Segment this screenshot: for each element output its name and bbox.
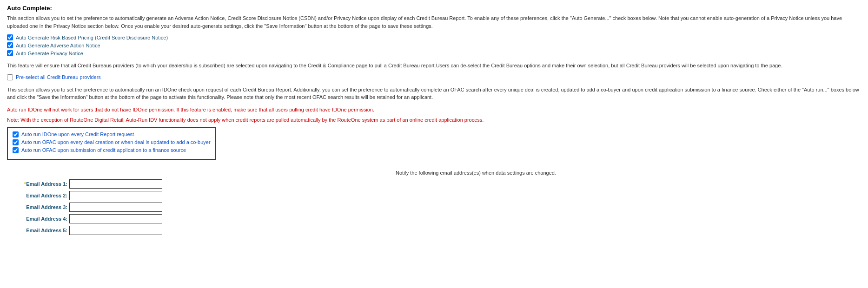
email-label-3: Email Address 3: <box>7 204 67 210</box>
description-auto-complete: This section allows you to set the prefe… <box>7 14 861 30</box>
checkbox-row-adverse: Auto Generate Adverse Action Notice <box>7 42 861 48</box>
notify-section: Notify the following email address(es) w… <box>7 170 861 235</box>
email-label-4: Email Address 4: <box>7 216 67 222</box>
email-label-2: Email Address 2: <box>7 193 67 198</box>
description-idone-ofac: This section allows you to set the prefe… <box>7 86 861 101</box>
section-title: Auto Complete: <box>7 5 861 12</box>
email-label-5: Email Address 5: <box>7 228 67 233</box>
preselect-label[interactable]: Pre-select all Credit Bureau providers <box>16 74 101 80</box>
checkbox-row-privacy: Auto Generate Privacy Notice <box>7 50 861 56</box>
checkbox-row-ofac-deal: Auto run OFAC upon every deal creation o… <box>13 139 211 145</box>
note-idv: Note: With the exception of RouteOne Dig… <box>7 116 861 124</box>
email-input-3[interactable] <box>69 203 162 212</box>
auto-generate-privacy-checkbox[interactable] <box>7 50 13 56</box>
auto-generate-risk-checkbox[interactable] <box>7 34 13 40</box>
notify-text: Notify the following email address(es) w… <box>91 170 861 176</box>
email-row-4: Email Address 4: <box>7 214 861 223</box>
auto-generate-adverse-checkbox[interactable] <box>7 42 13 48</box>
checkbox-row-risk: Auto Generate Risk Based Pricing (Credit… <box>7 34 861 40</box>
auto-generate-risk-label[interactable]: Auto Generate Risk Based Pricing (Credit… <box>16 35 168 40</box>
email-input-5[interactable] <box>69 226 162 235</box>
email-label-1: *Email Address 1: <box>7 181 67 187</box>
email-row-1: *Email Address 1: <box>7 179 861 189</box>
checkbox-row-idone: Auto run IDOne upon every Credit Report … <box>13 131 211 137</box>
description-credit-bureau: This feature will ensure that all Credit… <box>7 62 861 70</box>
email-input-1[interactable] <box>69 179 162 189</box>
autorun-ofac-submission-checkbox[interactable] <box>13 147 19 153</box>
autorun-idone-checkbox[interactable] <box>13 131 19 137</box>
email-row-2: Email Address 2: <box>7 191 861 200</box>
email-row-3: Email Address 3: <box>7 203 861 212</box>
email-row-5: Email Address 5: <box>7 226 861 235</box>
email-input-2[interactable] <box>69 191 162 200</box>
preselect-row: Pre-select all Credit Bureau providers <box>7 74 861 80</box>
autorun-ofac-submission-label[interactable]: Auto run OFAC upon submission of credit … <box>21 147 186 153</box>
checkbox-row-ofac-submission: Auto run OFAC upon submission of credit … <box>13 147 211 153</box>
autorun-idone-label[interactable]: Auto run IDOne upon every Credit Report … <box>21 131 134 137</box>
preselect-checkbox[interactable] <box>7 74 13 80</box>
auto-generate-adverse-label[interactable]: Auto Generate Adverse Action Notice <box>16 43 100 48</box>
autorun-checkboxes-box: Auto run IDOne upon every Credit Report … <box>7 127 216 160</box>
autorun-ofac-deal-checkbox[interactable] <box>13 139 19 145</box>
note-idone: Auto run IDOne will not work for users t… <box>7 106 861 114</box>
auto-generate-privacy-label[interactable]: Auto Generate Privacy Notice <box>16 51 83 56</box>
email-input-4[interactable] <box>69 214 162 223</box>
autorun-ofac-deal-label[interactable]: Auto run OFAC upon every deal creation o… <box>21 139 211 145</box>
auto-generate-checkboxes: Auto Generate Risk Based Pricing (Credit… <box>7 34 861 56</box>
